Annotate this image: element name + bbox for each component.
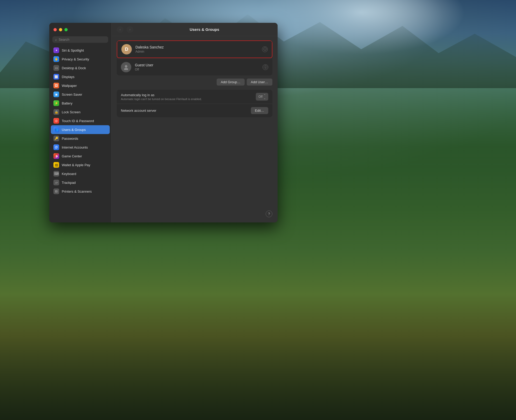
sidebar-label-users: Users & Groups <box>62 128 86 132</box>
wallet-icon: ▤ <box>53 162 59 168</box>
auto-login-control: Off ⌃⌄ <box>256 93 268 101</box>
touchid-icon: ◎ <box>53 118 59 124</box>
svg-point-1 <box>124 68 128 70</box>
auto-login-sublabel: Automatic login can't be turned on becau… <box>121 97 253 101</box>
guest-info-button[interactable]: ⓘ <box>263 64 268 70</box>
keyboard-icon: ⌨ <box>53 171 59 177</box>
add-user-button[interactable]: Add User… <box>247 79 272 86</box>
dropdown-chevron-icon: ⌃⌄ <box>264 94 266 100</box>
sidebar-item-keyboard[interactable]: ⌨ Keyboard <box>51 169 110 178</box>
trackpad-icon: ▱ <box>53 180 59 185</box>
daleska-info-button[interactable]: ⓘ <box>262 46 268 52</box>
sidebar-label-privacy: Privacy & Security <box>62 57 89 61</box>
daleska-avatar: D <box>121 44 132 54</box>
battery-icon: ⚡ <box>53 100 59 106</box>
lockscreen-icon: 🔒 <box>53 109 59 115</box>
sidebar-item-printers[interactable]: ⊟ Printers & Scanners <box>51 187 110 196</box>
guest-avatar <box>121 62 131 72</box>
forward-button[interactable]: › <box>127 26 133 33</box>
help-button[interactable]: ? <box>266 211 272 217</box>
traffic-lights <box>53 28 68 31</box>
displays-icon: ⬜ <box>53 74 59 80</box>
gamecenter-icon: ◑ <box>53 153 59 159</box>
users-list: D Daleska Sanchez Admin ⓘ <box>117 40 272 75</box>
sidebar-label-battery: Battery <box>62 101 72 105</box>
auto-login-value: Off <box>258 95 263 99</box>
sidebar-list: ✦ Siri & Spotlight ✋ Privacy & Security … <box>49 46 111 222</box>
sidebar-label-passwords: Passwords <box>62 137 78 141</box>
sidebar-item-battery[interactable]: ⚡ Battery <box>51 99 110 108</box>
network-account-label-group: Network account server <box>121 109 248 113</box>
network-account-edit-button[interactable]: Edit… <box>251 107 268 114</box>
svg-point-0 <box>125 65 127 68</box>
sidebar-item-users-groups[interactable]: 👥 Users & Groups <box>51 125 110 134</box>
sidebar-item-privacy-security[interactable]: ✋ Privacy & Security <box>51 55 110 64</box>
daleska-info: Daleska Sanchez Admin <box>135 45 258 53</box>
network-account-label: Network account server <box>121 109 248 113</box>
sidebar-item-screen-saver[interactable]: ▣ Screen Saver <box>51 90 110 99</box>
privacy-icon: ✋ <box>53 56 59 62</box>
add-group-button[interactable]: Add Group… <box>217 79 245 86</box>
sidebar-label-desktop: Desktop & Dock <box>62 66 86 70</box>
system-preferences-window: ⌕ Search ✦ Siri & Spotlight ✋ Privacy & … <box>49 23 278 222</box>
user-row-daleska[interactable]: D Daleska Sanchez Admin ⓘ <box>117 40 272 58</box>
passwords-icon: 🔑 <box>53 136 59 141</box>
auto-login-label: Automatically log in as <box>121 93 253 97</box>
page-title: Users & Groups <box>136 27 272 32</box>
sidebar-label-internet: Internet Accounts <box>62 145 88 149</box>
sidebar-item-passwords[interactable]: 🔑 Passwords <box>51 134 110 143</box>
sidebar-item-wallpaper[interactable]: 🖼 Wallpaper <box>51 81 110 90</box>
sidebar-item-desktop-dock[interactable]: ▭ Desktop & Dock <box>51 64 110 72</box>
content-body: D Daleska Sanchez Admin ⓘ <box>112 36 278 222</box>
sidebar: ⌕ Search ✦ Siri & Spotlight ✋ Privacy & … <box>49 23 112 222</box>
sidebar-item-siri-spotlight[interactable]: ✦ Siri & Spotlight <box>51 46 110 55</box>
main-titlebar: ‹ › Users & Groups <box>112 23 278 36</box>
printers-icon: ⊟ <box>53 188 59 194</box>
daleska-role: Admin <box>135 50 258 53</box>
window-titlebar <box>49 23 111 36</box>
guest-info: Guest User Off <box>135 63 259 71</box>
user-row-guest[interactable]: Guest User Off ⓘ <box>117 59 272 75</box>
action-buttons: Add Group… Add User… <box>117 79 272 86</box>
internet-icon: @ <box>53 144 59 150</box>
sidebar-label-siri: Siri & Spotlight <box>62 48 84 52</box>
sidebar-label-displays: Displays <box>62 75 74 79</box>
auto-login-row: Automatically log in as Automatic login … <box>117 90 272 104</box>
sidebar-label-keyboard: Keyboard <box>62 172 76 176</box>
screensaver-icon: ▣ <box>53 92 59 97</box>
sidebar-label-gamecenter: Game Center <box>62 154 82 158</box>
guest-name: Guest User <box>135 63 259 67</box>
back-button[interactable]: ‹ <box>117 26 123 33</box>
maximize-button[interactable] <box>64 28 68 31</box>
search-placeholder: Search <box>59 38 69 41</box>
sidebar-item-wallet[interactable]: ▤ Wallet & Apple Pay <box>51 160 110 169</box>
search-icon: ⌕ <box>55 38 57 41</box>
close-button[interactable] <box>53 28 57 31</box>
sidebar-label-screensaver: Screen Saver <box>62 93 82 96</box>
sidebar-label-touchid: Touch ID & Password <box>62 119 94 123</box>
auto-login-label-group: Automatically log in as Automatic login … <box>121 93 253 101</box>
sidebar-item-displays[interactable]: ⬜ Displays <box>51 72 110 81</box>
guest-role: Off <box>135 68 259 71</box>
sidebar-label-trackpad: Trackpad <box>62 181 76 185</box>
users-icon: 👥 <box>53 127 59 132</box>
sidebar-item-touch-id[interactable]: ◎ Touch ID & Password <box>51 116 110 125</box>
sidebar-label-printers: Printers & Scanners <box>62 190 92 193</box>
network-account-control: Edit… <box>251 107 268 114</box>
search-bar[interactable]: ⌕ Search <box>52 36 108 43</box>
sidebar-item-internet-accounts[interactable]: @ Internet Accounts <box>51 143 110 152</box>
auto-login-dropdown[interactable]: Off ⌃⌄ <box>256 93 268 101</box>
sidebar-label-lockscreen: Lock Screen <box>62 110 80 114</box>
main-content: ‹ › Users & Groups D Daleska Sanchez Adm… <box>112 23 278 222</box>
sidebar-item-trackpad[interactable]: ▱ Trackpad <box>51 178 110 187</box>
forward-icon: › <box>129 27 130 31</box>
sidebar-item-lock-screen[interactable]: 🔒 Lock Screen <box>51 108 110 116</box>
minimize-button[interactable] <box>59 28 62 31</box>
back-icon: ‹ <box>120 27 121 31</box>
sidebar-label-wallet: Wallet & Apple Pay <box>62 163 90 167</box>
desktop-icon: ▭ <box>53 65 59 71</box>
sidebar-item-game-center[interactable]: ◑ Game Center <box>51 152 110 160</box>
siri-icon: ✦ <box>53 47 59 53</box>
sidebar-label-wallpaper: Wallpaper <box>62 84 77 88</box>
settings-box: Automatically log in as Automatic login … <box>117 90 272 117</box>
